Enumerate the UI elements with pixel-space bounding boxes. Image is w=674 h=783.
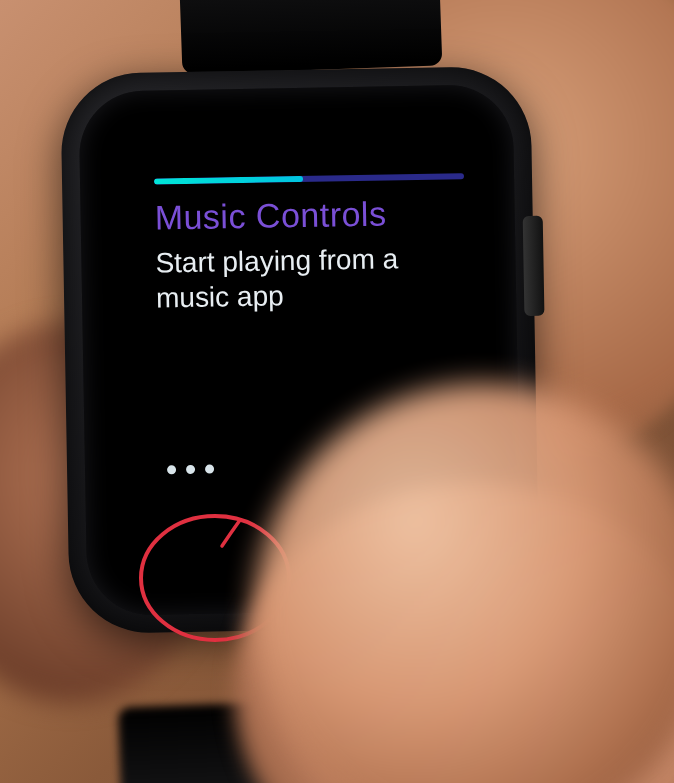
subtitle-line: music app	[156, 280, 284, 313]
progress-bar	[154, 173, 464, 184]
screen-title: Music Controls	[154, 193, 465, 237]
dot-icon	[205, 465, 214, 474]
dot-icon	[186, 465, 195, 474]
progress-fill	[154, 176, 303, 185]
dot-icon	[167, 465, 176, 474]
watch-side-button[interactable]	[523, 216, 545, 316]
page-indicator[interactable]	[167, 465, 214, 475]
screen-subtitle: Start playing from a music app	[155, 240, 466, 315]
subtitle-line: Start playing from a	[155, 243, 398, 278]
watch-strap	[178, 0, 443, 74]
